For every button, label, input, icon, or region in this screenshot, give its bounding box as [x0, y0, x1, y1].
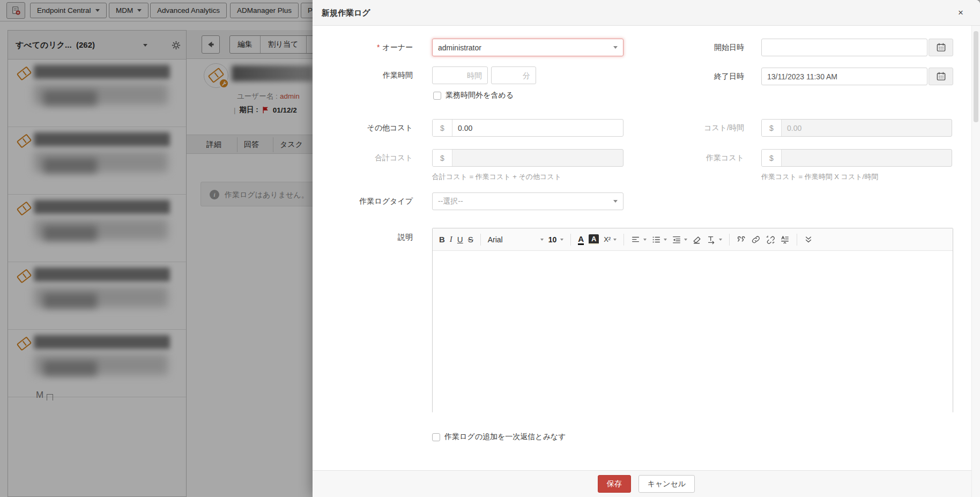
required-asterisk: *	[377, 43, 380, 51]
owner-select[interactable]: administrator	[432, 39, 623, 56]
other-cost-field: $	[432, 119, 623, 137]
remove-link-button[interactable]	[766, 235, 775, 244]
strikethrough-button[interactable]: S	[468, 235, 473, 244]
worklog-type-value: --選択--	[438, 197, 463, 206]
align-left-icon	[631, 235, 641, 244]
scrollbar-thumb[interactable]	[974, 31, 978, 122]
new-worklog-dialog: 新規作業ログ × *オーナー administrator 開始日時 作業時間 終…	[313, 0, 980, 497]
chevron-down-icon	[613, 200, 618, 203]
chevron-down-icon	[540, 239, 544, 241]
font-size-select[interactable]: 10	[548, 235, 564, 244]
save-button[interactable]: 保存	[598, 475, 631, 493]
indent-icon	[672, 235, 681, 244]
editor-toolbar: B I U S Arial 10 A A X²	[433, 228, 953, 251]
currency-symbol: $	[762, 150, 782, 166]
non-business-hours-row: 業務時間外を含める	[433, 91, 514, 100]
total-cost-formula: 合計コスト = 作業コスト + その他コスト	[432, 172, 561, 182]
dialog-header: 新規作業ログ ×	[313, 0, 980, 26]
currency-symbol: $	[762, 120, 782, 136]
chevron-down-icon	[719, 239, 722, 241]
double-chevron-down-icon	[804, 235, 813, 244]
dialog-title: 新規作業ログ	[322, 0, 370, 26]
total-cost-label: 合計コスト	[313, 149, 413, 167]
end-date-calendar-button[interactable]	[929, 68, 953, 85]
insert-link-button[interactable]	[751, 235, 761, 244]
chevron-down-icon	[560, 239, 563, 241]
chevron-down-icon	[613, 239, 617, 241]
close-icon[interactable]: ×	[954, 6, 968, 20]
hours-input[interactable]	[432, 66, 488, 84]
description-label: 説明	[313, 232, 413, 242]
description-textarea[interactable]	[433, 251, 953, 413]
align-button[interactable]	[631, 235, 647, 244]
work-time-label: 作業時間	[313, 66, 413, 84]
bullet-list-icon	[651, 235, 661, 244]
other-cost-input[interactable]	[452, 120, 623, 136]
work-cost-label: 作業コスト	[633, 149, 744, 167]
owner-label: *オーナー	[313, 39, 413, 56]
chevron-down-icon	[684, 239, 687, 241]
currency-symbol: $	[433, 150, 452, 166]
font-color-button[interactable]: A	[578, 234, 584, 245]
chevron-down-icon	[613, 46, 618, 49]
first-response-row: 作業ログの追加を一次返信とみなす	[432, 432, 566, 442]
worklog-type-label: 作業ログタイプ	[313, 192, 413, 210]
total-cost-field: $	[432, 149, 623, 167]
insert-snippet-button[interactable]	[780, 235, 790, 244]
currency-symbol: $	[433, 120, 452, 136]
description-editor: B I U S Arial 10 A A X²	[432, 228, 953, 413]
snippet-icon	[780, 235, 790, 244]
highlight-color-button[interactable]: A	[589, 234, 599, 244]
blockquote-button[interactable]	[737, 235, 746, 244]
work-cost-formula: 作業コスト = 作業時間 X コスト/時間	[761, 172, 878, 182]
underline-button[interactable]: U	[457, 235, 463, 244]
modal-scrollbar[interactable]	[971, 26, 980, 497]
chevron-down-icon	[664, 239, 667, 241]
unlink-icon	[766, 235, 775, 244]
link-icon	[751, 235, 761, 244]
cost-per-hour-label: コスト/時間	[633, 119, 744, 137]
first-response-checkbox[interactable]	[432, 433, 440, 441]
owner-selected-value: administrator	[438, 43, 481, 52]
non-business-hours-label: 業務時間外を含める	[446, 91, 514, 100]
superscript-button[interactable]: X²	[604, 235, 617, 243]
clear-format-button[interactable]	[692, 235, 702, 244]
italic-button[interactable]: I	[450, 235, 452, 244]
bold-button[interactable]: B	[439, 235, 445, 244]
more-tools-button[interactable]	[804, 235, 813, 244]
cost-per-hour-field: $	[761, 119, 952, 137]
font-family-select[interactable]: Arial	[488, 235, 544, 244]
end-date-input[interactable]	[761, 68, 927, 85]
calendar-icon	[936, 71, 946, 81]
other-cost-label: その他コスト	[313, 119, 413, 137]
text-direction-icon	[707, 235, 716, 244]
start-date-calendar-button[interactable]	[929, 39, 953, 56]
cancel-button[interactable]: キャンセル	[639, 475, 695, 493]
text-direction-button[interactable]	[707, 235, 722, 244]
work-cost-input	[782, 150, 952, 166]
worklog-type-select[interactable]: --選択--	[432, 192, 623, 210]
dialog-footer: 保存 キャンセル	[313, 470, 980, 497]
start-date-input[interactable]	[761, 39, 927, 56]
calendar-icon	[936, 42, 946, 53]
quote-icon	[737, 235, 746, 244]
bullet-list-button[interactable]	[651, 235, 667, 244]
start-date-label: 開始日時	[633, 39, 744, 56]
indent-button[interactable]	[672, 235, 687, 244]
work-cost-field: $	[761, 149, 952, 167]
end-date-label: 終了日時	[633, 68, 744, 85]
eraser-icon	[692, 235, 702, 244]
non-business-hours-checkbox[interactable]	[433, 92, 441, 100]
cost-per-hour-input	[782, 120, 952, 136]
first-response-label: 作業ログの追加を一次返信とみなす	[444, 432, 566, 442]
minutes-input[interactable]	[491, 66, 536, 84]
total-cost-input	[452, 150, 623, 166]
chevron-down-icon	[643, 239, 647, 241]
